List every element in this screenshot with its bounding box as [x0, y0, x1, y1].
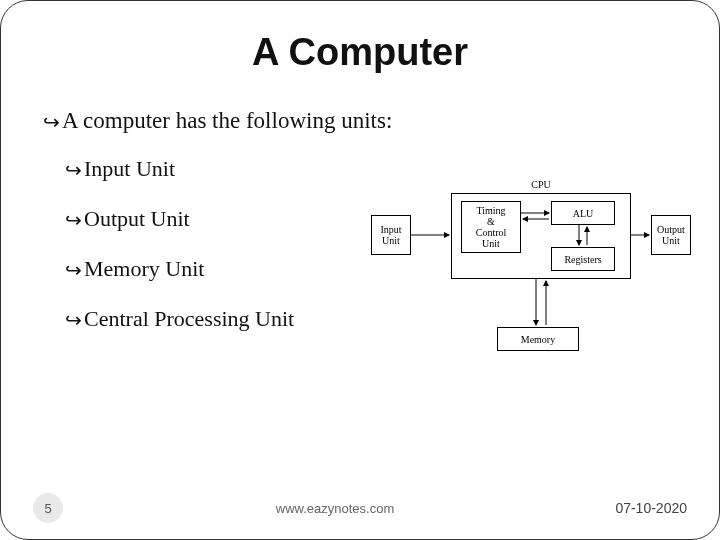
slide-title: A Computer: [37, 31, 683, 74]
list-item-label: Memory Unit: [84, 256, 204, 281]
slide-number: 5: [33, 493, 63, 523]
list-item-label: Input Unit: [84, 156, 175, 181]
bullet-arrow-icon: ↪: [43, 110, 60, 134]
footer-site: www.eazynotes.com: [63, 501, 607, 516]
block-diagram: CPU Timing & Control Unit ALU Registers …: [371, 177, 691, 367]
slide-footer: 5 www.eazynotes.com 07-10-2020: [1, 493, 719, 523]
intro-line: ↪A computer has the following units:: [43, 108, 683, 134]
intro-text: A computer has the following units:: [62, 108, 392, 133]
footer-date: 07-10-2020: [607, 500, 687, 516]
bullet-arrow-icon: ↪: [65, 308, 82, 332]
slide-frame: A Computer ↪A computer has the following…: [0, 0, 720, 540]
bullet-arrow-icon: ↪: [65, 208, 82, 232]
list-item-label: Central Processing Unit: [84, 306, 294, 331]
list-item-label: Output Unit: [84, 206, 190, 231]
bullet-arrow-icon: ↪: [65, 258, 82, 282]
diagram-connectors: [371, 177, 691, 367]
bullet-arrow-icon: ↪: [65, 158, 82, 182]
